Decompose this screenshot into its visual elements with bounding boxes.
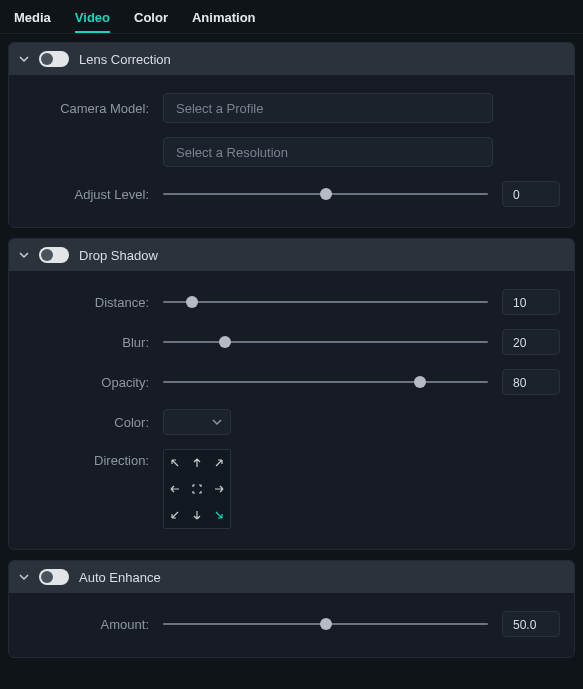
camera-profile-select[interactable]: Select a Profile: [163, 93, 493, 123]
direction-ne[interactable]: [208, 450, 230, 476]
blur-slider[interactable]: [163, 335, 488, 349]
panel-title: Auto Enhance: [79, 570, 161, 585]
adjust-level-label: Adjust Level:: [23, 187, 163, 202]
chevron-down-icon: [19, 54, 29, 64]
distance-slider[interactable]: [163, 295, 488, 309]
toggle-auto-enhance[interactable]: [39, 569, 69, 585]
tab-animation[interactable]: Animation: [192, 10, 256, 33]
panel-drop-shadow: Drop Shadow Distance: 10 Blur: 20 Opacit…: [8, 238, 575, 550]
slider-thumb[interactable]: [320, 618, 332, 630]
adjust-level-value[interactable]: 0: [502, 181, 560, 207]
chevron-down-icon: [212, 417, 222, 427]
direction-picker: [163, 449, 231, 529]
shadow-color-picker[interactable]: [163, 409, 231, 435]
panel-header-enhance[interactable]: Auto Enhance: [9, 561, 574, 593]
color-label: Color:: [23, 415, 163, 430]
tab-media[interactable]: Media: [14, 10, 51, 33]
opacity-slider[interactable]: [163, 375, 488, 389]
distance-label: Distance:: [23, 295, 163, 310]
direction-sw[interactable]: [164, 502, 186, 528]
amount-slider[interactable]: [163, 617, 488, 631]
blur-label: Blur:: [23, 335, 163, 350]
distance-value[interactable]: 10: [502, 289, 560, 315]
slider-thumb[interactable]: [219, 336, 231, 348]
toggle-drop-shadow[interactable]: [39, 247, 69, 263]
panel-auto-enhance: Auto Enhance Amount: 50.0: [8, 560, 575, 658]
panel-lens-correction: Lens Correction Camera Model: Select a P…: [8, 42, 575, 228]
direction-nw[interactable]: [164, 450, 186, 476]
direction-se[interactable]: [208, 502, 230, 528]
direction-w[interactable]: [164, 476, 186, 502]
panel-title: Lens Correction: [79, 52, 171, 67]
opacity-value[interactable]: 80: [502, 369, 560, 395]
direction-s[interactable]: [186, 502, 208, 528]
amount-label: Amount:: [23, 617, 163, 632]
opacity-label: Opacity:: [23, 375, 163, 390]
adjust-level-slider[interactable]: [163, 187, 488, 201]
slider-thumb[interactable]: [320, 188, 332, 200]
direction-e[interactable]: [208, 476, 230, 502]
camera-model-label: Camera Model:: [23, 101, 163, 116]
slider-thumb[interactable]: [414, 376, 426, 388]
tab-bar: Media Video Color Animation: [0, 0, 583, 34]
slider-thumb[interactable]: [186, 296, 198, 308]
direction-n[interactable]: [186, 450, 208, 476]
blur-value[interactable]: 20: [502, 329, 560, 355]
camera-resolution-select[interactable]: Select a Resolution: [163, 137, 493, 167]
panel-title: Drop Shadow: [79, 248, 158, 263]
tab-video[interactable]: Video: [75, 10, 110, 33]
amount-value[interactable]: 50.0: [502, 611, 560, 637]
tab-color[interactable]: Color: [134, 10, 168, 33]
chevron-down-icon: [19, 250, 29, 260]
direction-center[interactable]: [186, 476, 208, 502]
direction-label: Direction:: [23, 449, 163, 468]
toggle-lens-correction[interactable]: [39, 51, 69, 67]
panel-header-lens[interactable]: Lens Correction: [9, 43, 574, 75]
chevron-down-icon: [19, 572, 29, 582]
panel-header-shadow[interactable]: Drop Shadow: [9, 239, 574, 271]
